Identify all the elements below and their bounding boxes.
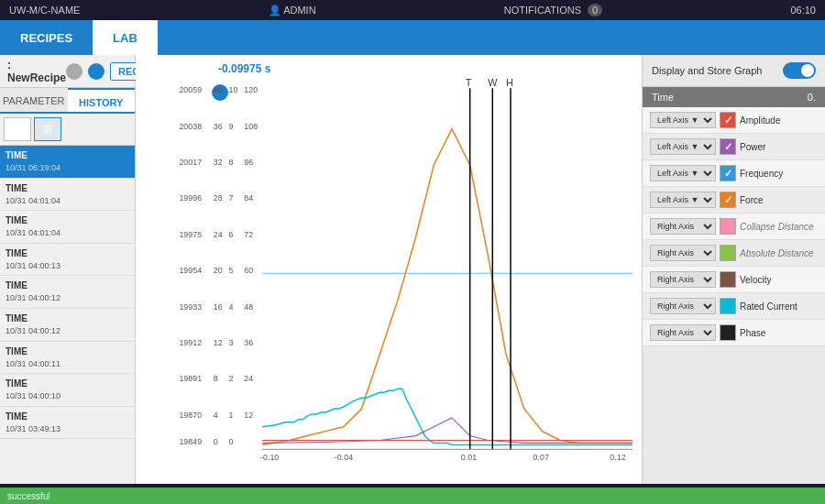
list-item[interactable]: TIME10/31 04:00:12 (0, 276, 135, 309)
channel-row: Left Axis ▼ Left Axis Right Axis ✓ Ampli… (643, 107, 825, 134)
user-label: 👤 ADMIN (269, 5, 316, 16)
subtabs: PARAMETER HISTORY (0, 88, 135, 114)
history-list[interactable]: TIME10/31 06:19:04TIME10/31 04:01:04TIME… (0, 146, 135, 484)
axis-select[interactable]: Right Axis ▼ Left Axis Right Axis (650, 324, 716, 341)
axis-select[interactable]: Right Axis ▼ Left Axis Right Axis (650, 218, 716, 235)
notifications[interactable]: NOTIFICATIONS 0 (504, 5, 602, 16)
right-panel-header: Display and Store Graph (643, 55, 825, 87)
svg-text:20017: 20017 (179, 158, 202, 167)
svg-text:-0.10: -0.10 (260, 453, 279, 462)
axis-select[interactable]: Right Axis ▼ Left Axis Right Axis (650, 298, 716, 314)
list-item[interactable]: TIME10/31 04:01:04 (0, 211, 135, 244)
svg-text:48: 48 (244, 302, 253, 312)
channel-row: Right Axis ▼ Left Axis Right Axis Rated … (643, 293, 825, 320)
svg-text:72: 72 (244, 230, 253, 239)
display-store-label: Display and Store Graph (652, 65, 762, 76)
svg-text:6: 6 (229, 230, 234, 239)
svg-text:0.01: 0.01 (461, 453, 477, 462)
color-swatch[interactable] (720, 298, 736, 314)
list-item[interactable]: TIME10/31 04:01:04 (0, 179, 135, 212)
svg-text:19891: 19891 (179, 374, 202, 383)
list-item[interactable]: TIME10/31 06:19:04 (0, 146, 135, 179)
list-view-button[interactable]: ≡ (4, 117, 31, 141)
svg-text:20038: 20038 (179, 122, 202, 131)
main-content: : NewRecipe RECIPE ▼ PARAMETER HISTORY ≡… (0, 55, 825, 484)
time-value: 0. (808, 92, 816, 103)
axis-select[interactable]: Left Axis ▼ Left Axis Right Axis (650, 138, 716, 155)
color-swatch[interactable] (720, 324, 736, 341)
channel-row: Right Axis ▼ Left Axis Right Axis Phase (643, 320, 825, 346)
svg-text:24: 24 (244, 374, 253, 383)
channel-label: Absolute Distance (740, 248, 818, 258)
grid-view-button[interactable]: ⊞ (34, 117, 61, 141)
icon-row: ≡ ⊞ (0, 114, 135, 146)
top-bar: UW-M/C-NAME 👤 ADMIN NOTIFICATIONS 0 06:1… (0, 0, 825, 20)
svg-text:12: 12 (244, 411, 253, 420)
svg-text:1: 1 (229, 411, 234, 420)
indicator-active (88, 63, 104, 80)
list-item[interactable]: TIME10/31 04:00:11 (0, 342, 135, 375)
tab-parameter[interactable]: PARAMETER (0, 88, 68, 112)
color-swatch[interactable]: ✓ (720, 138, 736, 155)
indicator-inactive (66, 63, 82, 80)
computer-name: UW-M/C-NAME (9, 5, 80, 16)
svg-text:32: 32 (214, 158, 223, 167)
tab-lab[interactable]: LAB (93, 20, 158, 55)
channel-label: Power (740, 142, 818, 152)
clock: 06:10 (790, 5, 816, 16)
list-item[interactable]: TIME10/31 03:49:13 (0, 407, 135, 440)
svg-text:36: 36 (214, 122, 223, 131)
color-swatch[interactable]: ✓ (720, 165, 736, 181)
axis-select[interactable]: Right Axis ▼ Left Axis Right Axis (650, 245, 716, 261)
svg-text:19996: 19996 (179, 193, 202, 203)
list-item[interactable]: TIME10/31 04:00:12 (0, 309, 135, 342)
channel-label: Force (740, 195, 818, 205)
channel-label: Collapse Distance (740, 222, 818, 232)
color-swatch[interactable] (720, 245, 736, 261)
channel-row: Right Axis ▼ Left Axis Right Axis Veloci… (643, 267, 825, 293)
svg-text:19933: 19933 (179, 302, 202, 312)
channel-rows: Left Axis ▼ Left Axis Right Axis ✓ Ampli… (643, 107, 825, 346)
tab-recipes[interactable]: RECIPES (0, 20, 93, 55)
color-swatch[interactable]: ✓ (720, 112, 736, 128)
channel-row: Right Axis ▼ Left Axis Right Axis Absolu… (643, 240, 825, 267)
svg-text:24: 24 (214, 230, 223, 239)
nav-tabs: RECIPES LAB (0, 20, 825, 55)
svg-text:-0.04: -0.04 (335, 453, 353, 462)
color-swatch[interactable] (720, 271, 736, 288)
svg-text:2: 2 (229, 374, 234, 383)
svg-text:20: 20 (214, 266, 223, 275)
svg-text:16: 16 (214, 302, 223, 312)
svg-text:28: 28 (214, 193, 223, 203)
color-swatch[interactable] (720, 218, 736, 235)
svg-text:4: 4 (214, 411, 218, 420)
channel-label: Velocity (740, 275, 818, 285)
svg-text:96: 96 (244, 158, 253, 167)
status-bar: successful (0, 488, 825, 504)
channel-label: Phase (740, 328, 818, 338)
color-swatch[interactable]: ✓ (720, 192, 736, 208)
axis-select[interactable]: Left Axis ▼ Left Axis Right Axis (650, 192, 716, 208)
svg-text:36: 36 (244, 338, 253, 347)
axis-select[interactable]: Left Axis ▼ Left Axis Right Axis (650, 112, 716, 128)
channel-label: Frequency (740, 169, 818, 179)
right-panel: Display and Store Graph Time 0. Left Axi… (642, 55, 825, 484)
svg-text:0.07: 0.07 (534, 453, 549, 462)
svg-text:4: 4 (229, 302, 234, 312)
svg-text:120: 120 (244, 85, 258, 94)
channel-label: Rated Current (740, 301, 818, 312)
svg-text:19975: 19975 (179, 230, 202, 239)
axis-select[interactable]: Left Axis ▼ Left Axis Right Axis (650, 165, 716, 181)
list-item[interactable]: TIME10/31 04:00:13 (0, 244, 135, 277)
list-item[interactable]: TIME10/31 04:00:10 (0, 374, 135, 407)
svg-text:108: 108 (244, 122, 258, 131)
svg-text:9: 9 (229, 122, 234, 131)
svg-text:20059: 20059 (179, 85, 202, 94)
display-store-toggle[interactable] (783, 62, 816, 79)
time-label: Time (652, 92, 674, 103)
tab-history[interactable]: HISTORY (68, 88, 136, 112)
channel-label: Amplitude (740, 115, 818, 126)
svg-text:8: 8 (214, 374, 218, 383)
svg-text:3: 3 (229, 338, 234, 347)
axis-select[interactable]: Right Axis ▼ Left Axis Right Axis (650, 271, 716, 288)
